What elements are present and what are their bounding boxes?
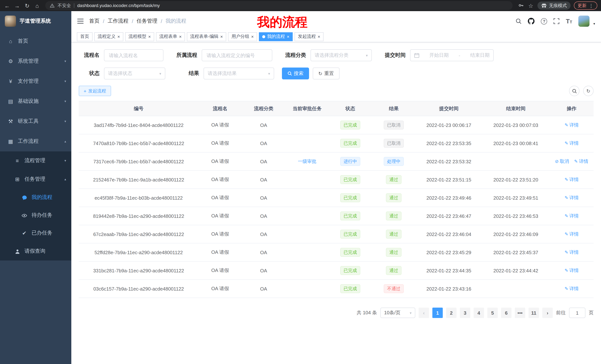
close-icon[interactable]: × bbox=[318, 34, 320, 39]
sidebar-item-my-process[interactable]: 我的流程 bbox=[0, 189, 71, 206]
detail-link[interactable]: ✎详情 bbox=[565, 231, 579, 237]
page-jump-input[interactable] bbox=[569, 308, 585, 318]
toggle-search-button[interactable] bbox=[569, 86, 580, 96]
process-definition-input[interactable] bbox=[202, 49, 272, 61]
star-icon[interactable]: ☆ bbox=[527, 3, 534, 8]
breadcrumb-separator: / bbox=[161, 18, 162, 24]
sidebar-item-devtools[interactable]: ⚒ 研发工具 ▾ bbox=[0, 111, 71, 131]
key-icon[interactable] bbox=[517, 2, 524, 9]
tab-process-form[interactable]: 流程表单 × bbox=[156, 32, 185, 41]
page-button-5[interactable]: 5 bbox=[487, 308, 498, 318]
refresh-table-button[interactable]: ↻ bbox=[583, 86, 594, 96]
table-row: 819442e8-7b9a-11ec-a290-acde48001122 OA … bbox=[79, 207, 594, 225]
goto-label: 前往 bbox=[556, 309, 566, 316]
detail-link[interactable]: ✎详情 bbox=[574, 159, 588, 164]
date-range-picker[interactable]: 开始日期 - 结束日期 bbox=[410, 49, 494, 61]
page-button-11[interactable]: 11 bbox=[529, 308, 539, 318]
home-icon: ⌂ bbox=[7, 38, 14, 44]
reload-button[interactable]: ↻ bbox=[24, 3, 30, 8]
detail-link[interactable]: ✎详情 bbox=[565, 195, 579, 200]
process-name-cell: OA 请假 bbox=[199, 152, 242, 171]
result-tag: 通过 bbox=[386, 230, 401, 239]
page-button-1[interactable]: 1 bbox=[432, 308, 443, 318]
sidebar-item-infrastructure[interactable]: ▤ 基础设施 ▾ bbox=[0, 91, 71, 111]
create-process-button[interactable]: + 发起流程 bbox=[79, 86, 111, 96]
forward-button[interactable]: → bbox=[14, 3, 20, 8]
sidebar-item-done-tasks[interactable]: ✔ 已办任务 bbox=[0, 224, 71, 242]
close-icon[interactable]: × bbox=[117, 34, 120, 39]
detail-link[interactable]: ✎详情 bbox=[565, 268, 579, 273]
result-tag: 不通过 bbox=[384, 284, 404, 293]
result-select[interactable]: 请选择流结果 ▾ bbox=[204, 67, 274, 79]
search-icon-button[interactable] bbox=[516, 18, 522, 24]
more-pages-button[interactable]: ••• bbox=[515, 308, 525, 318]
prev-page-button[interactable]: ‹ bbox=[419, 308, 429, 318]
reset-button[interactable]: ↻ 重置 bbox=[313, 67, 340, 79]
update-button[interactable]: 更新 ⋮ bbox=[574, 1, 597, 10]
page-button-3[interactable]: 3 bbox=[460, 308, 470, 318]
breadcrumb: 首页 / 工作流程 / 任务管理 / 我的流程 bbox=[89, 18, 186, 25]
status-tag: 已完成 bbox=[340, 193, 360, 202]
sidebar-item-home[interactable]: ⌂ 首页 bbox=[0, 31, 71, 51]
tab-my-process[interactable]: 我的流程 × bbox=[259, 32, 293, 41]
close-icon[interactable]: × bbox=[220, 34, 223, 39]
status-tag: 已完成 bbox=[340, 121, 360, 130]
detail-link[interactable]: ✎详情 bbox=[565, 286, 579, 291]
sidebar-item-task-management[interactable]: ⊞ 任务管理 ▴ bbox=[0, 170, 71, 189]
fullscreen-icon-button[interactable] bbox=[554, 18, 560, 24]
search-button[interactable]: 搜索 bbox=[282, 67, 309, 79]
home-button[interactable]: ⌂ bbox=[34, 3, 40, 8]
help-icon-button[interactable]: ? bbox=[541, 18, 547, 24]
filter-row-2: 状态 请选择状态 ▾ 结果 请选择流结果 ▾ bbox=[79, 67, 594, 79]
close-icon[interactable]: × bbox=[148, 34, 151, 39]
tab-home[interactable]: 首页 bbox=[77, 32, 92, 41]
submit-time-cell: 2022-01-22 23:49:46 bbox=[416, 189, 482, 207]
list-icon: ≡ bbox=[14, 158, 20, 163]
font-size-button[interactable]: TT bbox=[566, 18, 572, 24]
address-bar[interactable]: 不安全 dashboard.yudao.iocoder.cn/bpm/task/… bbox=[45, 1, 513, 10]
process-name-input[interactable] bbox=[104, 49, 163, 61]
close-icon[interactable]: × bbox=[251, 34, 254, 39]
cancel-link[interactable]: ⊘取消 bbox=[555, 159, 569, 164]
sidebar-item-process-management[interactable]: ≡ 流程管理 ▾ bbox=[0, 151, 71, 170]
status-tag: 已完成 bbox=[340, 139, 360, 148]
sidebar-item-system[interactable]: ⚙ 系统管理 ▾ bbox=[0, 51, 71, 71]
current-task-link[interactable]: 一级审批 bbox=[298, 159, 316, 164]
sidebar-item-leave-query[interactable]: 请假查询 bbox=[0, 242, 71, 260]
browser-menu-icon[interactable]: ⋮ bbox=[589, 3, 594, 8]
sidebar-item-todo-tasks[interactable]: 待办任务 bbox=[0, 206, 71, 224]
sidebar-item-workflow[interactable]: ▦ 工作流程 ▴ bbox=[0, 131, 71, 151]
tab-start-process[interactable]: 发起流程 × bbox=[295, 32, 323, 41]
page-button-4[interactable]: 4 bbox=[474, 308, 484, 318]
page-size-select[interactable]: 10条/页 ▾ bbox=[380, 308, 415, 318]
close-icon[interactable]: × bbox=[179, 34, 182, 39]
github-icon-button[interactable] bbox=[528, 18, 535, 25]
app-title: 芋道管理系统 bbox=[20, 18, 51, 25]
sidebar-item-payment[interactable]: ¥ 支付管理 ▾ bbox=[0, 71, 71, 91]
breadcrumb-item-home[interactable]: 首页 bbox=[89, 18, 100, 25]
status-select[interactable]: 请选择状态 ▾ bbox=[104, 67, 165, 79]
total-count: 共 104 条 bbox=[357, 309, 377, 316]
tab-process-model[interactable]: 流程模型 × bbox=[125, 32, 154, 41]
back-button[interactable]: ← bbox=[4, 3, 10, 8]
hamburger-button[interactable] bbox=[77, 19, 84, 24]
tab-user-group[interactable]: 用户分组 × bbox=[228, 32, 257, 41]
tab-process-form-edit[interactable]: 流程表单-编辑 × bbox=[187, 32, 226, 41]
detail-link[interactable]: ✎详情 bbox=[565, 177, 579, 182]
table-row: 67c2eaab-7b9a-11ec-a290-acde48001122 OA … bbox=[79, 225, 594, 243]
detail-link[interactable]: ✎详情 bbox=[565, 213, 579, 218]
detail-link[interactable]: ✎详情 bbox=[565, 140, 579, 146]
close-icon[interactable]: × bbox=[287, 34, 289, 39]
page-button-2[interactable]: 2 bbox=[446, 308, 457, 318]
detail-link[interactable]: ✎详情 bbox=[565, 122, 579, 127]
yen-icon: ¥ bbox=[7, 79, 14, 84]
actions-cell: ⊘取消 ✎详情 bbox=[550, 134, 594, 152]
filter-label-result: 结果 bbox=[173, 70, 204, 77]
tab-process-definition[interactable]: 流程定义 × bbox=[94, 32, 123, 41]
avatar[interactable] bbox=[579, 16, 590, 27]
next-page-button[interactable]: › bbox=[542, 308, 553, 318]
process-category-cell: OA bbox=[242, 261, 285, 280]
category-select[interactable]: 请选择流程分类 ▾ bbox=[311, 49, 372, 61]
detail-link[interactable]: ✎详情 bbox=[565, 249, 579, 255]
page-button-6[interactable]: 6 bbox=[501, 308, 511, 318]
